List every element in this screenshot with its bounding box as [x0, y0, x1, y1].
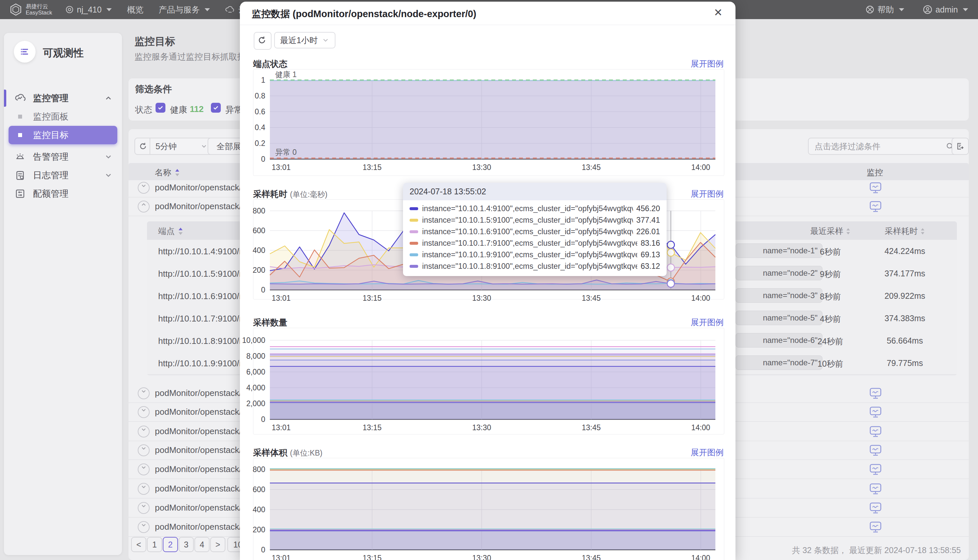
user-menu[interactable]: admin [923, 5, 968, 15]
sidebar-item-monitor-target[interactable]: 监控目标 [8, 126, 117, 144]
x-tick-label: 13:15 [363, 423, 382, 432]
expand-row-button[interactable] [138, 406, 150, 418]
y-tick-label: 600 [240, 226, 265, 235]
tooltip-series-row: instance="10.10.1.9:9100",ecms_cluster_i… [403, 249, 667, 260]
tooltip-series-label: instance="10.10.1.5:9100",ecms_cluster_i… [422, 216, 633, 225]
tooltip-series-value: 69.13 [637, 250, 660, 259]
chevron-down-icon [140, 426, 147, 433]
expand-legend-link-3[interactable]: 展开图例 [691, 317, 724, 328]
pagination-page-3[interactable]: 3 [179, 537, 194, 552]
tooltip-series-label: instance="10.10.1.7:9100",ecms_cluster_i… [422, 239, 637, 248]
row-monitor-button[interactable] [869, 463, 882, 475]
y-tick-label: 800 [240, 207, 265, 215]
sidebar-item-monitor-panel[interactable]: 监控面板 [4, 107, 122, 126]
sidebar-item-alert-mgmt[interactable]: 告警管理 [4, 148, 122, 166]
row-monitor-button[interactable] [869, 426, 882, 437]
expand-row-button[interactable] [138, 426, 150, 437]
pagination-page-1[interactable]: 1 [147, 537, 162, 552]
series-color-swatch [410, 207, 418, 210]
plot-area[interactable] [270, 80, 715, 159]
y-tick-label: 0 [240, 545, 265, 554]
sidebar-item-log-mgmt[interactable]: 日志管理 [4, 166, 122, 185]
y-tick-label: 0.6 [240, 107, 265, 116]
brand-logo[interactable]: 易捷行云EasyStack [9, 3, 52, 16]
chart-sampling-count[interactable]: 02,0004,0006,0008,00010,00013:0113:1513:… [253, 328, 724, 435]
row-monitor-button[interactable] [869, 521, 882, 533]
user-avatar-icon [923, 5, 933, 15]
expand-row-button[interactable] [138, 521, 150, 533]
location-pin-icon [65, 5, 74, 14]
expand-row-button[interactable] [138, 387, 150, 399]
row-monitor-button[interactable] [869, 182, 882, 194]
status-label: 状态 [135, 104, 152, 116]
tooltip-series-value: 456.20 [633, 204, 660, 213]
help-icon [865, 5, 875, 14]
row-monitor-button[interactable] [869, 502, 882, 514]
y-tick-label: 4,000 [240, 383, 265, 392]
x-tick-label: 13:15 [363, 163, 382, 172]
expand-row-button[interactable] [138, 444, 150, 456]
nav-item-products[interactable]: 产品与服务 [159, 4, 210, 15]
nav-item-overview[interactable]: 概览 [127, 4, 144, 15]
y-tick-label: 400 [240, 505, 265, 514]
expand-row-button[interactable] [138, 483, 150, 495]
y-tick-label: 0 [240, 286, 265, 295]
section-title-sampling-duration: 采样耗时(单位:毫秒) [253, 188, 327, 200]
monitor-chart-icon [869, 201, 882, 212]
subcolumn-header-endpoint[interactable]: 端点 [158, 226, 183, 237]
refresh-icon [257, 35, 267, 45]
clipboard-icon [15, 170, 26, 181]
modal-close-button[interactable]: ✕ [714, 6, 723, 19]
tooltip-series-label: instance="10.10.1.9:9100",ecms_cluster_i… [422, 250, 637, 259]
chart-endpoint-status[interactable]: 00.20.40.60.8113:0113:1513:3013:4514:00健… [253, 69, 724, 176]
expand-legend-link-2[interactable]: 展开图例 [691, 188, 724, 199]
expand-legend-link-4[interactable]: 展开图例 [691, 447, 724, 458]
row-monitor-button[interactable] [869, 483, 882, 495]
region-selector[interactable]: nj_410 [65, 5, 112, 15]
y-tick-label: 0.8 [240, 92, 265, 100]
sidebar-item-quota-mgmt[interactable]: 配额管理 [4, 185, 122, 203]
app-switcher-button[interactable] [14, 41, 35, 63]
plot-area[interactable] [270, 340, 715, 419]
endpoint-last-sample: 24秒前 [801, 336, 860, 347]
help-menu[interactable]: 帮助 [865, 4, 904, 15]
pagination-next[interactable]: > [210, 537, 225, 552]
expand-row-button[interactable] [138, 502, 150, 514]
sidebar-item-monitor-mgmt[interactable]: 监控管理 [4, 89, 122, 107]
modal-refresh-button[interactable] [254, 32, 272, 50]
cloud-monitor-icon [15, 93, 26, 104]
plot-area[interactable] [270, 469, 715, 550]
expand-row-button[interactable] [138, 182, 150, 194]
subcolumn-header-duration[interactable]: 采样耗时 [875, 226, 935, 237]
monitor-chart-icon [869, 182, 882, 194]
expand-legend-link-1[interactable]: 展开图例 [691, 58, 724, 69]
pagination-prev[interactable]: < [131, 537, 146, 552]
chart-sampling-volume[interactable]: 020040060080013:0113:1513:3013:4514:00 [253, 458, 724, 560]
abnormal-checkbox[interactable] [211, 103, 221, 113]
chevron-down-icon [140, 503, 147, 509]
endpoint-duration: 374.177ms [875, 269, 935, 278]
y-tick-label: 600 [240, 485, 265, 494]
row-monitor-button[interactable] [869, 387, 882, 399]
chart-annotation: 健康 1 [275, 70, 297, 80]
subcolumn-header-last-sample[interactable]: 最近采样 [801, 226, 860, 237]
x-tick-label: 14:00 [691, 423, 711, 432]
row-monitor-button[interactable] [869, 201, 882, 212]
expand-row-button[interactable] [138, 463, 150, 475]
sidebar-title: 可观测性 [43, 46, 84, 60]
series-color-swatch [410, 265, 418, 268]
series-color-swatch [410, 230, 418, 233]
check-icon [212, 105, 219, 111]
pagination-page-4[interactable]: 4 [194, 537, 210, 552]
x-tick-label: 13:30 [472, 423, 491, 432]
pagination-page-2[interactable]: 2 [163, 537, 178, 552]
row-monitor-button[interactable] [869, 444, 882, 456]
series-color-swatch [410, 253, 418, 256]
x-tick-label: 14:00 [691, 163, 711, 172]
collapse-row-button[interactable] [138, 201, 150, 212]
endpoint-last-sample: 4秒前 [801, 313, 860, 325]
row-monitor-button[interactable] [869, 406, 882, 418]
x-tick-label: 13:01 [272, 294, 290, 303]
healthy-checkbox[interactable] [155, 103, 165, 113]
time-range-select[interactable]: 最近1小时 [274, 32, 335, 48]
